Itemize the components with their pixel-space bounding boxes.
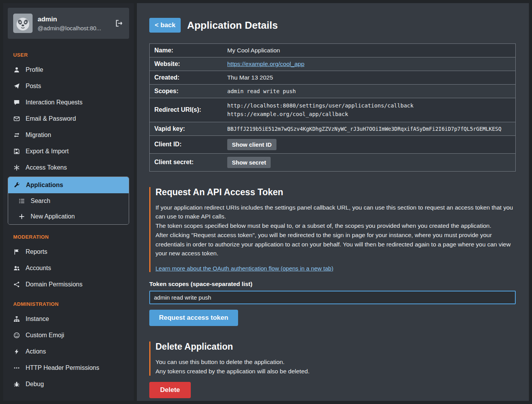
sidebar-item-label: Migration <box>26 132 51 139</box>
asterisk-icon <box>13 165 20 171</box>
back-button[interactable]: < back <box>149 18 181 33</box>
logout-button[interactable] <box>114 19 124 28</box>
bug-icon <box>13 381 20 387</box>
scopes-value: admin read write push <box>223 85 515 97</box>
table-row-vapid-key: Vapid key: BBJffJ219b5iE512m7wQSzv4KgKDh… <box>150 122 515 135</box>
section-label-moderation: MODERATION <box>3 225 134 244</box>
user-handle: @admin@localhost:80... <box>38 25 109 31</box>
sloth-avatar <box>13 14 33 33</box>
row-label: Created: <box>150 71 223 84</box>
sidebar-item-migration[interactable]: Migration <box>3 127 134 143</box>
show-client-id-button[interactable]: Show client ID <box>227 139 276 150</box>
plus-icon <box>18 213 25 220</box>
sidebar-item-label: Instance <box>26 316 49 323</box>
row-label: Website: <box>150 57 223 71</box>
delete-paragraph: Any tokens created by the application wi… <box>155 367 516 376</box>
table-row-website: Website: https://example.org/cool_app <box>150 57 515 71</box>
sidebar-item-debug[interactable]: Debug <box>3 376 134 392</box>
main-content: < back Application Details Name: My Cool… <box>137 3 529 401</box>
vapid-key: BBJffJ219b5iE512m7wQSzv4KgKDhgZZVzNyWC_r… <box>223 123 515 135</box>
request-access-token-button[interactable]: Request access token <box>149 310 238 326</box>
redirect-uri: https://example.org/cool_app/callback <box>227 110 511 118</box>
logout-icon <box>115 19 123 27</box>
sidebar-item-accounts[interactable]: Accounts <box>3 260 134 276</box>
list-icon <box>18 198 25 204</box>
sidebar-item-reports[interactable]: Reports <box>3 244 134 260</box>
row-label: Scopes: <box>150 85 223 98</box>
sidebar-item-new-application[interactable]: New Application <box>8 209 129 224</box>
sidebar-item-access-tokens[interactable]: Access Tokens <box>3 160 134 176</box>
sidebar-item-applications[interactable]: Applications <box>8 177 129 193</box>
row-label: Client secret: <box>150 156 223 169</box>
request-token-paragraph: After clicking "Request access token", y… <box>155 231 516 258</box>
delete-application-title: Delete Application <box>155 342 516 352</box>
table-row-client-secret: Client secret: Show secret <box>150 153 515 171</box>
section-label-user: USER <box>3 43 134 62</box>
sidebar-item-label: Debug <box>26 381 44 388</box>
user-name: admin <box>38 16 57 23</box>
sidebar-item-export-import[interactable]: Export & Import <box>3 143 134 160</box>
envelope-icon <box>13 116 20 122</box>
sidebar-item-instance[interactable]: Instance <box>3 311 134 327</box>
bolt-icon <box>13 349 20 355</box>
tools-icon <box>14 182 21 188</box>
comment-icon <box>13 99 20 106</box>
delete-button[interactable]: Delete <box>149 382 191 398</box>
page-header: < back Application Details <box>149 18 516 33</box>
delete-application-section: Delete Application You can use this butt… <box>149 342 516 376</box>
website-link[interactable]: https://example.org/cool_app <box>227 61 304 67</box>
user-card[interactable]: admin @admin@localhost:80... <box>8 8 129 39</box>
oauth-docs-link[interactable]: Learn more about the OAuth authenticatio… <box>155 265 333 272</box>
sidebar-item-label: New Application <box>31 213 75 220</box>
sidebar-item-actions[interactable]: Actions <box>3 343 134 360</box>
user-icon <box>13 67 20 73</box>
sidebar-item-label: HTTP Header Permissions <box>26 364 99 371</box>
sidebar-item-label: Custom Emoji <box>26 332 64 339</box>
sitemap-icon <box>13 316 20 322</box>
sidebar-item-domain-permissions[interactable]: Domain Permissions <box>3 276 134 293</box>
sidebar-item-http-header-permissions[interactable]: HTTP Header Permissions <box>3 360 134 376</box>
request-token-title: Request An API Access Token <box>155 187 516 198</box>
sidebar-item-label: Email & Password <box>26 115 76 122</box>
sidebar-item-interaction-requests[interactable]: Interaction Requests <box>3 94 134 111</box>
show-secret-button[interactable]: Show secret <box>227 157 271 168</box>
user-info: admin @admin@localhost:80... <box>38 16 109 31</box>
applications-submenu: Search New Application <box>8 193 129 224</box>
row-label: Redirect URI(s): <box>150 103 223 116</box>
sidebar-item-label: Domain Permissions <box>26 281 83 288</box>
sidebar-item-search[interactable]: Search <box>8 193 129 209</box>
sidebar-item-label: Interaction Requests <box>26 99 83 106</box>
application-details-table: Name: My Cool Application Website: https… <box>149 43 516 172</box>
sidebar-item-profile[interactable]: Profile <box>3 62 134 78</box>
application-name: My Cool Application <box>223 44 515 57</box>
token-scopes-input[interactable] <box>149 291 516 304</box>
sidebar-item-label: Posts <box>26 83 41 90</box>
redirect-uri: http://localhost:8080/settings/user/appl… <box>227 101 511 110</box>
request-token-paragraph: If your application redirect URIs includ… <box>155 203 516 221</box>
sidebar-item-posts[interactable]: Posts <box>3 78 134 94</box>
request-token-section: Request An API Access Token If your appl… <box>149 187 516 272</box>
table-row-scopes: Scopes: admin read write push <box>150 84 515 98</box>
sidebar-item-label: Actions <box>26 348 46 355</box>
sidebar-item-label: Accounts <box>26 265 51 272</box>
applications-group: Applications Search New Application <box>8 177 129 225</box>
table-row-created: Created: Thu Mar 13 2025 <box>150 71 515 84</box>
sidebar-item-label: Reports <box>26 248 47 255</box>
token-scopes-label: Token scopes (space-separated list) <box>149 281 516 288</box>
table-row-name: Name: My Cool Application <box>150 44 515 57</box>
sidebar-item-custom-emoji[interactable]: Custom Emoji <box>3 327 134 343</box>
table-row-redirect-uris: Redirect URI(s): http://localhost:8080/s… <box>150 98 515 122</box>
sidebar: admin @admin@localhost:80... USER Profil… <box>3 3 134 401</box>
users-icon <box>13 265 20 271</box>
share-nodes-icon <box>13 281 20 288</box>
sidebar-item-email-password[interactable]: Email & Password <box>3 111 134 127</box>
sidebar-item-label: Applications <box>26 182 63 189</box>
ellipsis-icon <box>13 365 20 371</box>
paper-plane-icon <box>13 83 20 89</box>
table-row-client-id: Client ID: Show client ID <box>150 135 515 153</box>
row-label: Name: <box>150 44 223 57</box>
sidebar-item-label: Profile <box>26 66 43 73</box>
smiley-icon <box>13 332 20 338</box>
delete-paragraph: You can use this button to delete the ap… <box>155 357 516 367</box>
created-date: Thu Mar 13 2025 <box>223 71 515 84</box>
